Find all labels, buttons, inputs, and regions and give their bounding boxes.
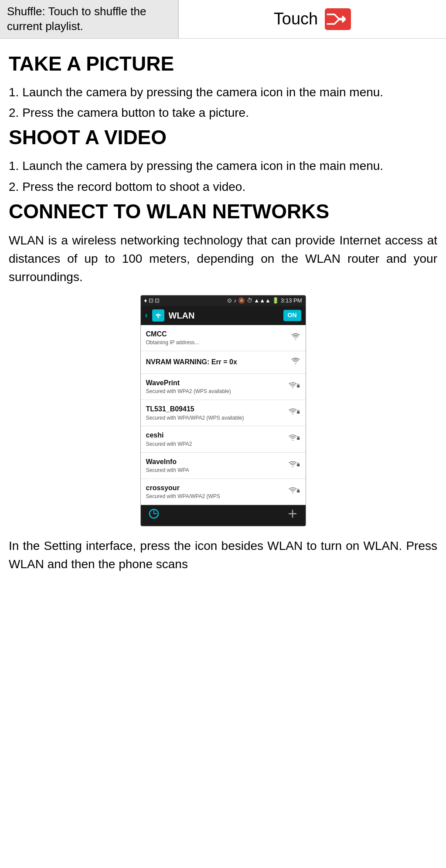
step-text: 1. Launch the camera by pressing the cam…: [9, 159, 383, 173]
network-status: Secured with WPA/WPA2 (WPS available): [146, 414, 244, 422]
step-text: 2. Press the record bottom to shoot a vi…: [9, 180, 245, 193]
wlan-header: ‹ WLAN ON: [141, 306, 306, 325]
wifi-signal-locked-icon: [288, 460, 300, 471]
network-name: crossyour: [146, 483, 220, 493]
step-text: 2. Press the camera button to take a pic…: [9, 106, 249, 119]
shuffle-description: Shuffle: Touch to shuffle the current pl…: [0, 0, 179, 38]
wlan-network-list: CMCC Obtaining IP address...: [141, 325, 306, 505]
wlan-description: WLAN is a wireless networking technology…: [9, 231, 437, 286]
wlan-section: CONNECT TO WLAN NETWORKS WLAN is a wirel…: [9, 200, 437, 573]
wlan-network-cmcc[interactable]: CMCC Obtaining IP address...: [141, 325, 306, 351]
wifi-signal-locked-icon: [288, 407, 300, 418]
wlan-title: WLAN: [169, 309, 195, 322]
svg-rect-0: [325, 8, 351, 30]
shoot-video-steps: 1. Launch the camera by pressing the cam…: [9, 157, 437, 195]
svg-rect-2: [297, 385, 300, 387]
wlan-back-button[interactable]: ‹: [145, 310, 148, 321]
wlan-network-crossyour[interactable]: crossyour Secured with WPA/WPA2 (WPS: [141, 479, 306, 505]
take-picture-step-2: 2. Press the camera button to take a pic…: [9, 104, 437, 121]
take-picture-steps: 1. Launch the camera by pressing the cam…: [9, 84, 437, 121]
network-name: NVRAM WARNING: Err = 0x: [146, 357, 237, 367]
shoot-video-heading: SHOOT A VIDEO: [9, 125, 437, 149]
touch-label: Touch: [274, 7, 318, 31]
wifi-signal-locked-icon: [288, 381, 300, 392]
network-name: TL531_B09415: [146, 404, 244, 414]
wlan-network-waveinfo[interactable]: WaveInfo Secured with WPA: [141, 453, 306, 479]
network-status: Secured with WPA2: [146, 441, 192, 448]
network-name: ceshi: [146, 431, 192, 440]
shoot-video-step-2: 2. Press the record bottom to shoot a vi…: [9, 178, 437, 195]
shuffle-text: Shuffle: Touch to shuffle the current pl…: [7, 4, 171, 34]
wlan-network-tl531[interactable]: TL531_B09415 Secured with WPA/WPA2 (WPS …: [141, 400, 306, 426]
wlan-heading: CONNECT TO WLAN NETWORKS: [9, 200, 437, 224]
shoot-video-step-1: 1. Launch the camera by pressing the cam…: [9, 157, 437, 174]
main-content: TAKE A PICTURE 1. Launch the camera by p…: [0, 39, 446, 587]
wlan-icon: [152, 309, 164, 322]
network-status: Secured with WPA: [146, 467, 189, 474]
wlan-refresh-button[interactable]: [148, 508, 160, 524]
wlan-network-waveprint[interactable]: WavePrint Secured with WPA2 (WPS availab…: [141, 374, 306, 400]
shoot-video-section: SHOOT A VIDEO 1. Launch the camera by pr…: [9, 125, 437, 195]
svg-rect-5: [297, 464, 300, 466]
svg-rect-6: [297, 490, 300, 492]
wlan-add-button[interactable]: [286, 508, 299, 524]
status-bar-left-icons: ♦ ⊡ ⊡: [144, 297, 160, 305]
wlan-status-bar: ♦ ⊡ ⊡ ⊙ ♪ 🔕 ⏱ ▲▲▲ 🔋 3:13 PM: [141, 295, 306, 306]
network-status: Obtaining IP address...: [146, 339, 199, 346]
svg-point-1: [157, 317, 159, 319]
take-picture-heading: TAKE A PICTURE: [9, 52, 437, 76]
wifi-signal-locked-icon: [288, 434, 300, 444]
wifi-signal-icon: [291, 332, 300, 343]
svg-rect-3: [297, 411, 300, 414]
network-name: WaveInfo: [146, 457, 189, 467]
shuffle-icon: [325, 8, 351, 30]
network-status: Secured with WPA/WPA2 (WPS: [146, 493, 220, 500]
wlan-footer: [141, 505, 306, 526]
network-name: CMCC: [146, 329, 199, 339]
wifi-signal-locked-icon: [288, 486, 300, 497]
take-picture-step-1: 1. Launch the camera by pressing the cam…: [9, 84, 437, 101]
wlan-network-ceshi[interactable]: ceshi Secured with WPA2: [141, 426, 306, 452]
touch-action-area: Touch: [179, 0, 446, 38]
wlan-toggle[interactable]: ON: [283, 310, 301, 321]
take-picture-section: TAKE A PICTURE 1. Launch the camera by p…: [9, 52, 437, 122]
step-text: 1. Launch the camera by pressing the cam…: [9, 85, 383, 99]
top-bar: Shuffle: Touch to shuffle the current pl…: [0, 0, 446, 39]
svg-rect-4: [297, 437, 300, 440]
wlan-network-nvram[interactable]: NVRAM WARNING: Err = 0x: [141, 351, 306, 374]
wlan-bottom-text: In the Setting interface, press the icon…: [9, 537, 437, 573]
wlan-screenshot: ♦ ⊡ ⊡ ⊙ ♪ 🔕 ⏱ ▲▲▲ 🔋 3:13 PM ‹ WLAN ON: [140, 295, 306, 526]
wifi-signal-icon: [291, 357, 300, 368]
network-status: Secured with WPA2 (WPS available): [146, 388, 231, 395]
status-bar-right: ⊙ ♪ 🔕 ⏱ ▲▲▲ 🔋 3:13 PM: [227, 297, 302, 305]
network-name: WavePrint: [146, 378, 231, 388]
